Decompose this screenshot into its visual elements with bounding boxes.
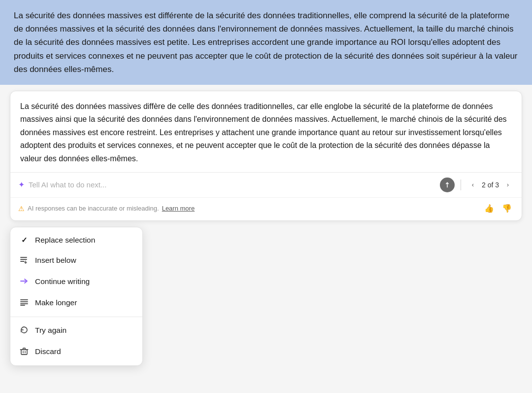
ai-warning-row: ⚠ AI responses can be inaccurate or misl…	[10, 197, 522, 220]
menu-label-insert-below: Insert below	[35, 256, 133, 265]
menu-label-try-again: Try again	[35, 326, 133, 335]
send-icon	[444, 181, 451, 188]
sparkle-icon: ✦	[18, 180, 25, 189]
feedback-buttons: 👍 👎	[482, 202, 514, 215]
menu-label-continue-writing: Continue writing	[35, 277, 133, 286]
make-longer-icon	[19, 298, 29, 308]
learn-more-link[interactable]: Learn more	[162, 205, 195, 212]
check-icon: ✓	[19, 236, 29, 245]
warning-icon: ⚠	[18, 205, 25, 213]
next-button[interactable]: ›	[502, 179, 514, 191]
thumbs-up-button[interactable]: 👍	[482, 202, 496, 215]
ai-input-placeholder[interactable]: Tell AI what to do next...	[29, 180, 436, 189]
menu-section-2: Try again Discard	[10, 317, 142, 365]
thumbs-down-button[interactable]: 👎	[500, 202, 514, 215]
vertical-divider	[461, 179, 461, 190]
discard-icon	[19, 347, 29, 357]
ai-response-text: La sécurité des données massives diffère…	[10, 91, 522, 172]
continue-writing-icon	[19, 277, 29, 287]
menu-label-make-longer: Make longer	[35, 298, 133, 307]
insert-below-icon	[19, 255, 29, 266]
menu-item-continue-writing[interactable]: Continue writing	[10, 271, 142, 292]
navigation-controls: ‹ 2 of 3 ›	[467, 179, 514, 191]
selected-text-block: La sécurité des données massives est dif…	[0, 0, 532, 85]
warning-text: AI responses can be inaccurate or mislea…	[28, 205, 159, 212]
menu-label-discard: Discard	[35, 347, 133, 356]
svg-rect-8	[21, 350, 27, 355]
prev-button[interactable]: ‹	[467, 179, 479, 191]
menu-item-try-again[interactable]: Try again	[10, 320, 142, 341]
try-again-icon	[19, 325, 29, 336]
menu-item-insert-below[interactable]: Insert below	[10, 250, 142, 271]
send-button[interactable]	[440, 178, 455, 192]
ai-response-content: La sécurité des données massives diffère…	[20, 102, 507, 163]
menu-label-replace-selection: Replace selection	[35, 236, 133, 245]
warning-left: ⚠ AI responses can be inaccurate or misl…	[18, 205, 195, 213]
selected-text: La sécurité des données massives est dif…	[14, 11, 518, 74]
menu-item-discard[interactable]: Discard	[10, 341, 142, 362]
menu-section-1: ✓ Replace selection Insert below	[10, 227, 142, 317]
dropdown-menu: ✓ Replace selection Insert below	[10, 227, 143, 366]
ai-input-row: ✦ Tell AI what to do next... ‹ 2 of 3 ›	[10, 172, 522, 197]
menu-item-make-longer[interactable]: Make longer	[10, 292, 142, 314]
nav-count: 2 of 3	[482, 181, 499, 189]
ai-response-card: La sécurité des données massives diffère…	[10, 91, 522, 221]
page-container: La sécurité des données massives est dif…	[0, 0, 532, 393]
menu-item-replace-selection[interactable]: ✓ Replace selection	[10, 230, 142, 250]
